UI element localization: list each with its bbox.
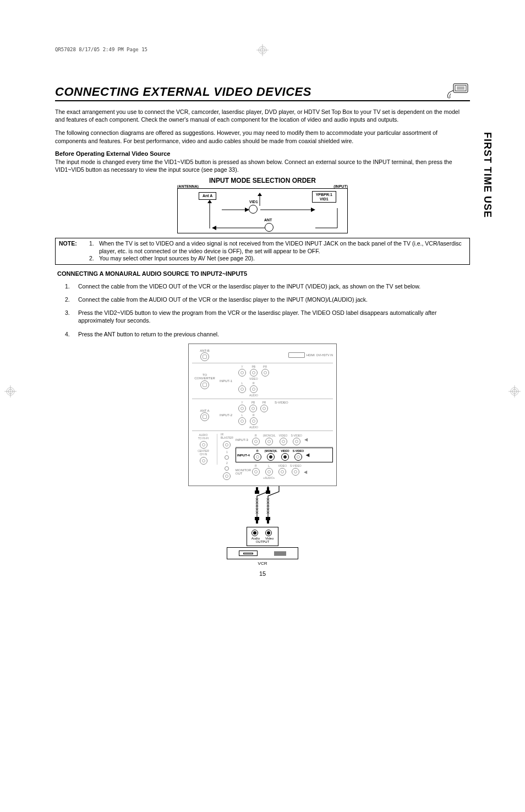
svg-marker-11	[245, 208, 249, 212]
svg-rect-22	[255, 491, 259, 494]
crop-mark-left	[4, 385, 17, 397]
spec-line: QR57028 8/17/05 2:49 PM Page 15	[55, 47, 147, 52]
crop-mark-top	[256, 44, 269, 56]
before-heading: Before Operating External Video Source	[55, 150, 470, 157]
svg-rect-25	[266, 517, 270, 520]
svg-marker-29	[267, 520, 269, 524]
steps-list: 1.Connect the cable from the VIDEO OUT o…	[65, 282, 470, 338]
diagram-antenna-label: (ANTENNA)	[177, 184, 199, 188]
input-mode-diagram: INPUT MODE SELECTION ORDER (ANTENNA) (IN…	[55, 177, 470, 233]
svg-marker-28	[256, 520, 258, 524]
intro-paragraph-1: The exact arrangement you use to connect…	[55, 108, 470, 123]
note-item-2: You may select other Input sources by AV…	[99, 255, 255, 263]
vcr-diagram: Audio Video OUTPUT VCR	[227, 527, 298, 566]
rear-panel-diagram: ANT-B HDMI DVI-HDTV IN TO CONVERTER INPU…	[188, 344, 337, 566]
svg-point-9	[449, 97, 450, 99]
note-box: NOTE: 1.When the TV is set to VIDEO and …	[55, 238, 470, 265]
diagram-input-label: (INPUT)	[333, 184, 348, 188]
vcr-caption: VCR	[227, 561, 298, 566]
svg-marker-15	[258, 193, 262, 196]
flow-vid1-label: VID1	[249, 200, 258, 204]
side-tab: FIRST TIME USE	[482, 132, 493, 218]
flow-circle-top	[249, 205, 258, 214]
connection-cables	[188, 486, 337, 525]
flow-ypbpr: YPBPR:1VID1	[312, 191, 336, 203]
section-heading: CONNECTING A MONAURAL AUDIO SOURCE TO IN…	[57, 270, 470, 277]
step-4: Press the ANT button to return to the pr…	[78, 330, 219, 338]
flow-ant-label: ANT	[264, 218, 272, 222]
svg-rect-24	[255, 517, 259, 520]
svg-marker-27	[267, 487, 269, 491]
step-1: Connect the cable from the VIDEO OUT of …	[78, 282, 420, 290]
step-2: Connect the cable from the AUDIO OUT of …	[78, 296, 368, 303]
note-item-1: When the TV is set to VIDEO and a video …	[99, 240, 463, 255]
before-text: The input mode is changed every time the…	[55, 158, 470, 173]
flow-circle-bottom	[265, 223, 274, 232]
header-icon	[445, 83, 470, 99]
page-title: CONNECTING EXTERNAL VIDEO DEVICES	[55, 85, 311, 99]
step-3: Press the VID2~VID5 button to view the p…	[78, 309, 470, 324]
svg-rect-23	[266, 491, 270, 494]
note-label: NOTE:	[59, 240, 88, 248]
intro-paragraph-2: The following connection diagrams are of…	[55, 129, 470, 144]
page-number: 15	[55, 570, 470, 577]
crop-mark-right	[508, 385, 521, 397]
svg-marker-21	[207, 200, 212, 203]
svg-marker-26	[256, 487, 258, 491]
svg-marker-13	[311, 208, 315, 212]
flow-ant-a: Ant A	[199, 192, 216, 200]
diagram-title: INPUT MODE SELECTION ORDER	[55, 177, 470, 184]
